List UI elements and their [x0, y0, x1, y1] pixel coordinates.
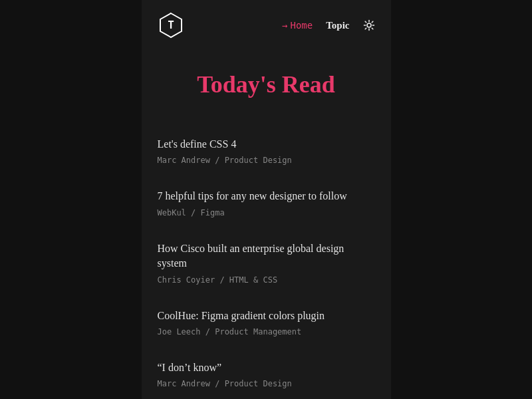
svg-text:T: T: [168, 19, 174, 31]
home-label: Home: [290, 20, 313, 31]
article-title: 7 helpful tips for any new designer to f…: [158, 189, 375, 203]
svg-point-2: [367, 23, 371, 27]
article-meta: Chris Coyier / HTML & CSS: [158, 275, 375, 285]
svg-line-8: [372, 28, 373, 29]
article-item[interactable]: “I don’t know”Marc Andrew / Product Desi…: [158, 348, 375, 399]
article-item[interactable]: Let's define CSS 4Marc Andrew / Product …: [158, 125, 375, 177]
article-list: Let's define CSS 4Marc Andrew / Product …: [158, 125, 375, 399]
home-arrow-icon: →: [282, 20, 287, 31]
nav-links: → Home Topic: [282, 19, 374, 31]
article-meta: Marc Andrew / Product Design: [158, 379, 375, 388]
article-item[interactable]: How Cisco built an enterprise global des…: [158, 229, 375, 297]
svg-line-10: [365, 28, 366, 29]
home-link[interactable]: → Home: [282, 20, 313, 31]
sun-icon: [363, 19, 375, 31]
article-title: “I don’t know”: [158, 360, 375, 375]
article-meta: WebKul / Figma: [158, 208, 375, 217]
article-item[interactable]: 7 helpful tips for any new designer to f…: [158, 177, 375, 229]
topic-link[interactable]: Topic: [326, 20, 349, 31]
svg-line-7: [365, 21, 366, 23]
svg-line-9: [372, 21, 373, 23]
article-title: Let's define CSS 4: [158, 137, 375, 152]
article-title: CoolHue: Figma gradient colors plugin: [158, 309, 375, 323]
page-title: Today's Read: [158, 70, 375, 98]
article-item[interactable]: CoolHue: Figma gradient colors pluginJoe…: [158, 297, 375, 348]
logo[interactable]: T: [158, 12, 184, 39]
main-content: Today's Read Let's define CSS 4Marc Andr…: [142, 51, 391, 399]
article-meta: Joe Leech / Product Management: [158, 327, 375, 336]
article-title: How Cisco built an enterprise global des…: [158, 241, 375, 271]
theme-toggle-button[interactable]: [363, 19, 375, 31]
navbar: T → Home Topic: [142, 0, 391, 51]
article-meta: Marc Andrew / Product Design: [158, 156, 375, 165]
app-window: T → Home Topic: [142, 0, 391, 399]
